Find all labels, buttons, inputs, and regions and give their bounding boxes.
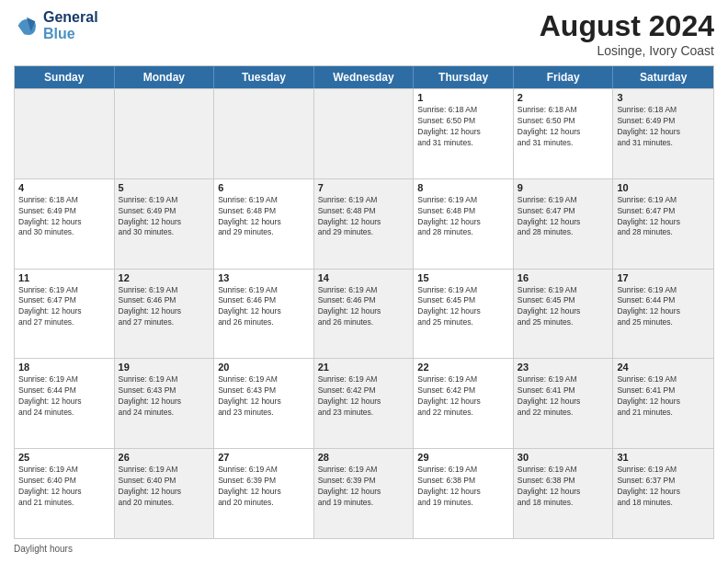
footer-text: Daylight hours (14, 544, 73, 554)
cal-cell-day-29: 29Sunrise: 6:19 AM Sunset: 6:38 PM Dayli… (414, 449, 514, 538)
title-block: August 2024 Losinge, Ivory Coast (540, 9, 714, 58)
day-number: 10 (617, 182, 710, 193)
cal-row-3: 18Sunrise: 6:19 AM Sunset: 6:44 PM Dayli… (15, 358, 713, 448)
day-number: 21 (318, 362, 410, 373)
cal-cell-day-14: 14Sunrise: 6:19 AM Sunset: 6:46 PM Dayli… (314, 270, 415, 359)
day-info: Sunrise: 6:19 AM Sunset: 6:39 PM Dayligh… (218, 465, 310, 509)
day-number: 23 (518, 362, 609, 373)
calendar: SundayMondayTuesdayWednesdayThursdayFrid… (14, 65, 714, 539)
location: Losinge, Ivory Coast (540, 43, 714, 58)
cal-cell-day-17: 17Sunrise: 6:19 AM Sunset: 6:44 PM Dayli… (613, 270, 713, 359)
cal-cell-day-30: 30Sunrise: 6:19 AM Sunset: 6:38 PM Dayli… (514, 449, 614, 538)
day-number: 25 (18, 452, 110, 463)
cal-cell-empty (15, 89, 115, 178)
day-info: Sunrise: 6:19 AM Sunset: 6:49 PM Dayligh… (119, 195, 210, 239)
cal-cell-day-25: 25Sunrise: 6:19 AM Sunset: 6:40 PM Dayli… (15, 449, 115, 538)
logo: General Blue (14, 9, 98, 41)
day-info: Sunrise: 6:19 AM Sunset: 6:40 PM Dayligh… (119, 465, 210, 509)
logo-text: General Blue (43, 9, 98, 41)
cal-cell-day-4: 4Sunrise: 6:18 AM Sunset: 6:49 PM Daylig… (15, 179, 115, 269)
day-number: 30 (518, 452, 609, 463)
cal-cell-day-20: 20Sunrise: 6:19 AM Sunset: 6:43 PM Dayli… (214, 359, 314, 448)
day-number: 14 (318, 272, 410, 283)
cal-cell-day-2: 2Sunrise: 6:18 AM Sunset: 6:50 PM Daylig… (514, 89, 614, 178)
logo-icon (14, 13, 40, 39)
day-info: Sunrise: 6:19 AM Sunset: 6:40 PM Dayligh… (18, 465, 110, 509)
weekday-header-friday: Friday (514, 66, 614, 88)
header: General Blue August 2024 Losinge, Ivory … (14, 9, 714, 58)
day-number: 17 (617, 272, 710, 283)
day-info: Sunrise: 6:18 AM Sunset: 6:49 PM Dayligh… (18, 195, 110, 239)
cal-cell-day-21: 21Sunrise: 6:19 AM Sunset: 6:42 PM Dayli… (314, 359, 415, 448)
day-info: Sunrise: 6:19 AM Sunset: 6:46 PM Dayligh… (119, 285, 210, 329)
logo-line2: Blue (43, 26, 75, 41)
day-info: Sunrise: 6:19 AM Sunset: 6:48 PM Dayligh… (417, 195, 509, 239)
day-number: 7 (318, 182, 410, 193)
weekday-header-monday: Monday (115, 66, 215, 88)
day-number: 11 (18, 272, 110, 283)
cal-row-0: 1Sunrise: 6:18 AM Sunset: 6:50 PM Daylig… (15, 88, 713, 178)
day-number: 24 (617, 362, 710, 373)
weekday-header-sunday: Sunday (15, 66, 115, 88)
day-number: 2 (518, 92, 609, 103)
calendar-body: 1Sunrise: 6:18 AM Sunset: 6:50 PM Daylig… (15, 88, 713, 538)
cal-cell-empty (214, 89, 314, 178)
cal-cell-day-23: 23Sunrise: 6:19 AM Sunset: 6:41 PM Dayli… (514, 359, 614, 448)
day-info: Sunrise: 6:19 AM Sunset: 6:43 PM Dayligh… (119, 374, 210, 419)
day-info: Sunrise: 6:19 AM Sunset: 6:42 PM Dayligh… (417, 374, 509, 419)
day-number: 3 (617, 92, 710, 103)
page: General Blue August 2024 Losinge, Ivory … (0, 0, 728, 563)
day-info: Sunrise: 6:19 AM Sunset: 6:43 PM Dayligh… (218, 374, 310, 419)
cal-cell-day-5: 5Sunrise: 6:19 AM Sunset: 6:49 PM Daylig… (115, 179, 215, 269)
month-year: August 2024 (540, 9, 714, 43)
day-number: 12 (119, 272, 210, 283)
cal-cell-day-24: 24Sunrise: 6:19 AM Sunset: 6:41 PM Dayli… (613, 359, 713, 448)
cal-cell-empty (115, 89, 215, 178)
day-info: Sunrise: 6:19 AM Sunset: 6:46 PM Dayligh… (218, 285, 310, 329)
day-number: 19 (119, 362, 210, 373)
day-number: 26 (119, 452, 210, 463)
cal-cell-day-19: 19Sunrise: 6:19 AM Sunset: 6:43 PM Dayli… (115, 359, 215, 448)
logo-line1: General (43, 9, 98, 26)
day-info: Sunrise: 6:19 AM Sunset: 6:42 PM Dayligh… (318, 374, 410, 419)
cal-cell-day-16: 16Sunrise: 6:19 AM Sunset: 6:45 PM Dayli… (514, 270, 614, 359)
footer: Daylight hours (14, 544, 714, 554)
day-info: Sunrise: 6:19 AM Sunset: 6:46 PM Dayligh… (318, 285, 410, 329)
day-info: Sunrise: 6:19 AM Sunset: 6:47 PM Dayligh… (518, 195, 609, 239)
cal-cell-day-15: 15Sunrise: 6:19 AM Sunset: 6:45 PM Dayli… (414, 270, 514, 359)
day-number: 5 (119, 182, 210, 193)
day-number: 1 (417, 92, 509, 103)
day-number: 6 (218, 182, 310, 193)
cal-cell-day-9: 9Sunrise: 6:19 AM Sunset: 6:47 PM Daylig… (514, 179, 614, 269)
weekday-header-thursday: Thursday (414, 66, 514, 88)
weekday-header-wednesday: Wednesday (314, 66, 415, 88)
cal-cell-day-22: 22Sunrise: 6:19 AM Sunset: 6:42 PM Dayli… (414, 359, 514, 448)
day-number: 16 (518, 272, 609, 283)
day-info: Sunrise: 6:18 AM Sunset: 6:50 PM Dayligh… (518, 105, 609, 149)
weekday-header-tuesday: Tuesday (214, 66, 314, 88)
day-number: 20 (218, 362, 310, 373)
cal-cell-day-13: 13Sunrise: 6:19 AM Sunset: 6:46 PM Dayli… (214, 270, 314, 359)
cal-cell-empty (314, 89, 415, 178)
cal-cell-day-6: 6Sunrise: 6:19 AM Sunset: 6:48 PM Daylig… (214, 179, 314, 269)
weekday-header-saturday: Saturday (613, 66, 713, 88)
cal-row-4: 25Sunrise: 6:19 AM Sunset: 6:40 PM Dayli… (15, 448, 713, 538)
cal-row-2: 11Sunrise: 6:19 AM Sunset: 6:47 PM Dayli… (15, 269, 713, 359)
day-number: 8 (417, 182, 509, 193)
cal-cell-day-11: 11Sunrise: 6:19 AM Sunset: 6:47 PM Dayli… (15, 270, 115, 359)
day-info: Sunrise: 6:19 AM Sunset: 6:38 PM Dayligh… (417, 465, 509, 509)
day-info: Sunrise: 6:19 AM Sunset: 6:45 PM Dayligh… (417, 285, 509, 329)
day-info: Sunrise: 6:19 AM Sunset: 6:47 PM Dayligh… (617, 195, 710, 239)
cal-cell-day-28: 28Sunrise: 6:19 AM Sunset: 6:39 PM Dayli… (314, 449, 415, 538)
day-number: 22 (417, 362, 509, 373)
cal-cell-day-7: 7Sunrise: 6:19 AM Sunset: 6:48 PM Daylig… (314, 179, 415, 269)
day-info: Sunrise: 6:19 AM Sunset: 6:45 PM Dayligh… (518, 285, 609, 329)
day-number: 18 (18, 362, 110, 373)
cal-cell-day-10: 10Sunrise: 6:19 AM Sunset: 6:47 PM Dayli… (613, 179, 713, 269)
day-number: 15 (417, 272, 509, 283)
day-info: Sunrise: 6:18 AM Sunset: 6:50 PM Dayligh… (417, 105, 509, 149)
day-info: Sunrise: 6:19 AM Sunset: 6:48 PM Dayligh… (318, 195, 410, 239)
day-number: 29 (417, 452, 509, 463)
cal-cell-day-31: 31Sunrise: 6:19 AM Sunset: 6:37 PM Dayli… (613, 449, 713, 538)
calendar-header: SundayMondayTuesdayWednesdayThursdayFrid… (15, 66, 713, 88)
